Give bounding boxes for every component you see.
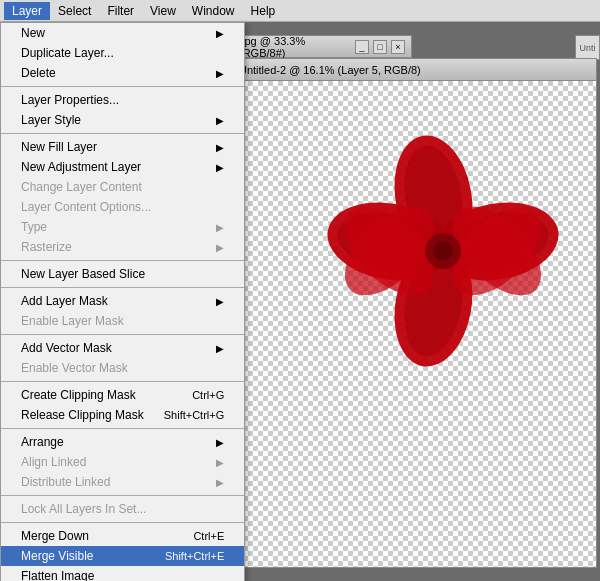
flower-image (313, 121, 573, 381)
menu-item-add-layer-mask-label: Add Layer Mask (21, 294, 108, 308)
window1-minimize[interactable]: _ (355, 40, 369, 54)
menu-item-merge-down[interactable]: Merge Down Ctrl+E (1, 526, 244, 546)
menu-item-new-fill-label: New Fill Layer (21, 140, 97, 154)
menu-item-rasterize: Rasterize ▶ (1, 237, 244, 257)
menu-filter[interactable]: Filter (99, 2, 142, 20)
menu-item-new-adjustment-arrow: ▶ (216, 162, 224, 173)
menu-item-add-layer-mask-arrow: ▶ (216, 296, 224, 307)
layer-dropdown-menu: New ▶ Duplicate Layer... Delete ▶ Layer … (0, 22, 245, 581)
menu-item-add-layer-mask[interactable]: Add Layer Mask ▶ (1, 291, 244, 311)
sep9 (1, 522, 244, 523)
menu-item-delete[interactable]: Delete ▶ (1, 63, 244, 83)
menu-item-flatten[interactable]: Flatten Image (1, 566, 244, 581)
menu-item-new-label: New (21, 26, 45, 40)
menu-item-add-vector-mask[interactable]: Add Vector Mask ▶ (1, 338, 244, 358)
menu-item-layer-props[interactable]: Layer Properties... (1, 90, 244, 110)
menu-item-new-slice[interactable]: New Layer Based Slice (1, 264, 244, 284)
menu-item-change-content-label: Change Layer Content (21, 180, 142, 194)
menu-item-duplicate-label: Duplicate Layer... (21, 46, 114, 60)
menu-item-enable-vector-mask: Enable Vector Mask (1, 358, 244, 378)
menu-item-new-arrow: ▶ (216, 28, 224, 39)
menu-item-type-arrow: ▶ (216, 222, 224, 233)
menu-item-new-fill-arrow: ▶ (216, 142, 224, 153)
menu-item-create-clipping[interactable]: Create Clipping Mask Ctrl+G (1, 385, 244, 405)
menu-item-align-linked-arrow: ▶ (216, 457, 224, 468)
sep4 (1, 287, 244, 288)
window1-close[interactable]: × (391, 40, 405, 54)
menu-item-rasterize-label: Rasterize (21, 240, 72, 254)
menu-item-merge-down-shortcut: Ctrl+E (193, 530, 224, 542)
menu-item-merge-visible-shortcut: Shift+Ctrl+E (165, 550, 224, 562)
menu-item-enable-layer-mask-label: Enable Layer Mask (21, 314, 124, 328)
menu-select[interactable]: Select (50, 2, 99, 20)
menu-item-enable-vector-mask-label: Enable Vector Mask (21, 361, 128, 375)
menu-item-release-clipping[interactable]: Release Clipping Mask Shift+Ctrl+G (1, 405, 244, 425)
window-partial: Unti (575, 35, 600, 60)
menu-item-release-clipping-shortcut: Shift+Ctrl+G (164, 409, 225, 421)
menu-item-rasterize-arrow: ▶ (216, 242, 224, 253)
window1-title: .jpg @ 33.3% (RGB/8#) (239, 35, 351, 59)
menu-item-new-slice-label: New Layer Based Slice (21, 267, 145, 281)
sep8 (1, 495, 244, 496)
menu-item-layer-style-label: Layer Style (21, 113, 81, 127)
menu-item-distribute-linked-arrow: ▶ (216, 477, 224, 488)
window-partial-label: Unti (579, 43, 595, 53)
sep6 (1, 381, 244, 382)
menu-item-change-content: Change Layer Content (1, 177, 244, 197)
svg-point-13 (433, 241, 453, 261)
menu-item-merge-down-label: Merge Down (21, 529, 89, 543)
menu-item-distribute-linked-label: Distribute Linked (21, 475, 110, 489)
sep1 (1, 86, 244, 87)
window2-titlebar: Untitled-2 @ 16.1% (Layer 5, RGB/8) (233, 59, 596, 81)
menu-item-content-options-label: Layer Content Options... (21, 200, 151, 214)
menu-view[interactable]: View (142, 2, 184, 20)
menu-item-flatten-label: Flatten Image (21, 569, 94, 581)
menu-item-merge-visible-label: Merge Visible (21, 549, 93, 563)
menu-item-new-fill[interactable]: New Fill Layer ▶ (1, 137, 244, 157)
menu-item-arrange-label: Arrange (21, 435, 64, 449)
menu-item-align-linked-label: Align Linked (21, 455, 86, 469)
menu-item-duplicate[interactable]: Duplicate Layer... (1, 43, 244, 63)
menu-item-release-clipping-label: Release Clipping Mask (21, 408, 144, 422)
menu-layer[interactable]: Layer (4, 2, 50, 20)
menu-item-distribute-linked: Distribute Linked ▶ (1, 472, 244, 492)
canvas-area (233, 81, 596, 567)
menu-item-type: Type ▶ (1, 217, 244, 237)
menu-item-layer-style-arrow: ▶ (216, 115, 224, 126)
menu-item-merge-visible[interactable]: Merge Visible Shift+Ctrl+E (1, 546, 244, 566)
menu-item-new-adjustment[interactable]: New Adjustment Layer ▶ (1, 157, 244, 177)
sep7 (1, 428, 244, 429)
menu-item-lock-all-label: Lock All Layers In Set... (21, 502, 146, 516)
menu-item-create-clipping-label: Create Clipping Mask (21, 388, 136, 402)
menu-window[interactable]: Window (184, 2, 243, 20)
window1-maximize[interactable]: □ (373, 40, 387, 54)
window2-title: Untitled-2 @ 16.1% (Layer 5, RGB/8) (239, 64, 590, 76)
menu-item-lock-all: Lock All Layers In Set... (1, 499, 244, 519)
menu-item-create-clipping-shortcut: Ctrl+G (192, 389, 224, 401)
sep5 (1, 334, 244, 335)
menu-item-new-adjustment-label: New Adjustment Layer (21, 160, 141, 174)
menubar: Layer Select Filter View Window Help (0, 0, 600, 22)
menu-item-new[interactable]: New ▶ (1, 23, 244, 43)
menu-item-layer-props-label: Layer Properties... (21, 93, 119, 107)
menu-item-content-options: Layer Content Options... (1, 197, 244, 217)
menu-item-enable-layer-mask: Enable Layer Mask (1, 311, 244, 331)
menu-item-layer-style[interactable]: Layer Style ▶ (1, 110, 244, 130)
sep3 (1, 260, 244, 261)
flower-svg (313, 121, 573, 381)
menu-item-add-vector-mask-label: Add Vector Mask (21, 341, 112, 355)
menu-item-add-vector-mask-arrow: ▶ (216, 343, 224, 354)
menu-item-arrange[interactable]: Arrange ▶ (1, 432, 244, 452)
menu-item-delete-arrow: ▶ (216, 68, 224, 79)
sep2 (1, 133, 244, 134)
window2: Untitled-2 @ 16.1% (Layer 5, RGB/8) (232, 58, 597, 568)
menu-item-delete-label: Delete (21, 66, 56, 80)
menu-item-arrange-arrow: ▶ (216, 437, 224, 448)
menu-item-type-label: Type (21, 220, 47, 234)
menu-help[interactable]: Help (243, 2, 284, 20)
menu-item-align-linked: Align Linked ▶ (1, 452, 244, 472)
window1-titlebar: .jpg @ 33.3% (RGB/8#) _ □ × (233, 36, 411, 58)
